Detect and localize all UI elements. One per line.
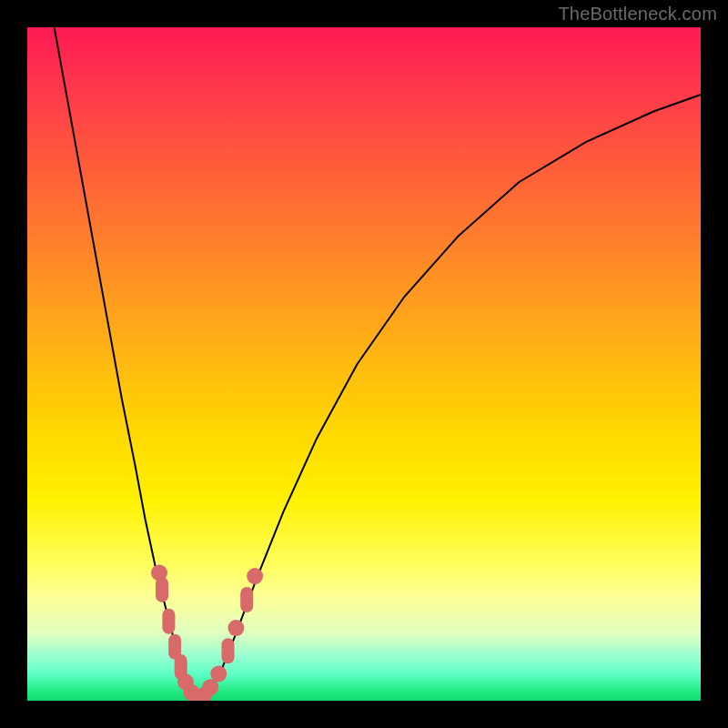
watermark-text: TheBottleneck.com bbox=[558, 4, 717, 25]
data-marker bbox=[228, 620, 244, 636]
data-marker bbox=[240, 587, 253, 612]
bottleneck-curve-left bbox=[55, 27, 195, 697]
data-markers bbox=[151, 564, 263, 701]
plot-area bbox=[27, 27, 701, 701]
bottleneck-curve-right bbox=[204, 95, 701, 697]
data-marker bbox=[156, 577, 168, 602]
data-marker bbox=[162, 609, 175, 634]
curve-layer bbox=[27, 27, 701, 701]
data-marker bbox=[222, 638, 235, 663]
chart-frame: TheBottleneck.com bbox=[0, 0, 728, 728]
data-marker bbox=[247, 568, 263, 584]
data-marker bbox=[210, 665, 227, 682]
